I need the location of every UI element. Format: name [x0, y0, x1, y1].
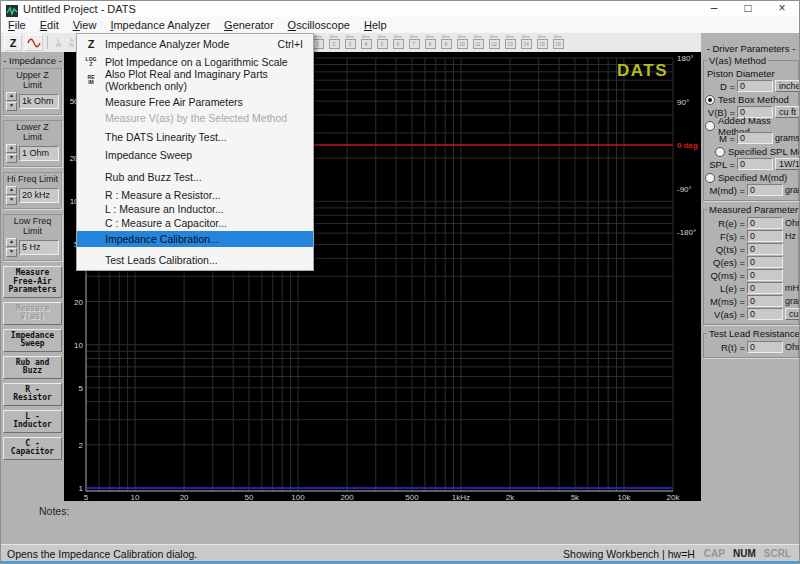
- impedance-tick-label: 20: [74, 298, 83, 307]
- menu-item-measure-free-air[interactable]: Measure Free Air Parameters: [77, 93, 313, 111]
- menu-item-impedance-sweep[interactable]: Impedance Sweep: [77, 146, 313, 164]
- param-value-field[interactable]: 0: [747, 256, 783, 268]
- upper-z-limit-field[interactable]: 1k Ohm: [19, 94, 59, 109]
- param-value-field[interactable]: 0: [747, 230, 783, 242]
- specified-spl-method-radio[interactable]: [715, 147, 725, 157]
- sidebar-action-button[interactable]: C - Capacitor: [3, 437, 62, 460]
- sidebar-action-button[interactable]: R - Resistor: [3, 383, 62, 406]
- mem-slot-button[interactable]: Mem16: [551, 34, 565, 50]
- close-button[interactable]: ×: [765, 1, 799, 17]
- spin-up-icon[interactable]: [6, 144, 17, 153]
- param-value-field[interactable]: 0: [747, 269, 783, 281]
- menu-item-measure-vas: Measure V(as) by the Selected Method: [77, 111, 313, 125]
- param-label: R(t) =: [705, 342, 745, 353]
- param-value-field[interactable]: 0: [747, 282, 783, 294]
- m-field[interactable]: 0: [737, 132, 773, 144]
- spin-up-icon[interactable]: [6, 238, 17, 247]
- spl-field[interactable]: 0: [737, 158, 773, 170]
- x-tick-label: 500: [405, 493, 419, 501]
- vas-method-group: V(as) Method Piston Diameter D = 0 inche…: [703, 60, 799, 201]
- x-tick-label: 5k: [571, 493, 580, 501]
- menu-item-impedance-analyzer-mode[interactable]: Z Impedance Analyzer Mode Ctrl+I: [77, 35, 313, 53]
- d-field[interactable]: 0: [737, 80, 773, 92]
- title-bar: Untitled Project - DATS – □ ×: [1, 1, 799, 17]
- menu-edit[interactable]: Edit: [33, 19, 66, 31]
- mmd-field[interactable]: 0: [747, 184, 783, 196]
- spin-down-icon[interactable]: [6, 248, 17, 257]
- phase-tick-label: 90°: [677, 98, 689, 107]
- mem-slot-button[interactable]: Mem6: [391, 34, 405, 50]
- measured-parameter-rows: R(e) =0OhmsF(s) =0HzQ(ts) =0Q(es) =0Q(ms…: [705, 217, 797, 320]
- sidebar-action-button[interactable]: L - Inductor: [3, 410, 62, 433]
- spin-down-icon[interactable]: [6, 154, 17, 163]
- mem-slot-button[interactable]: Mem9: [439, 34, 453, 50]
- test-box-method-label: Test Box Method: [718, 94, 789, 105]
- status-message: Opens the Impedance Calibration dialog.: [7, 548, 197, 560]
- menu-item-plot-real-imaginary[interactable]: RE IM Also Plot Real and Imaginary Parts…: [77, 71, 313, 89]
- spl-unit-button[interactable]: 1W/1m: [775, 158, 800, 170]
- phase-tick-label: 180°: [677, 54, 694, 63]
- mem-slot-button[interactable]: Mem13: [503, 34, 517, 50]
- generator-sine-button[interactable]: [25, 34, 43, 51]
- mem-slot-button[interactable]: Mem3: [343, 34, 357, 50]
- mem-slot-button[interactable]: Mem15: [535, 34, 549, 50]
- mem-slot-button[interactable]: Mem14: [519, 34, 533, 50]
- aux-in-icon: A IN: [69, 38, 74, 48]
- menu-view[interactable]: View: [66, 19, 104, 31]
- sidebar-action-button[interactable]: Measure Free-Air Parameters: [3, 266, 62, 298]
- param-value-field[interactable]: 0: [747, 217, 783, 229]
- spin-down-icon[interactable]: [6, 102, 17, 111]
- added-mass-method-radio[interactable]: [705, 121, 715, 131]
- mem-slot-button[interactable]: Mem10: [455, 34, 469, 50]
- menu-item-measure-inductor[interactable]: L : Measure an Inductor...: [77, 202, 313, 216]
- menu-help[interactable]: Help: [357, 19, 394, 31]
- param-value-field[interactable]: 0: [747, 308, 783, 320]
- menu-oscilloscope[interactable]: Oscilloscope: [281, 19, 357, 31]
- measured-parameters-title: Measured Parameters: [707, 204, 800, 215]
- maximize-button[interactable]: □: [731, 1, 765, 17]
- mem-slot-button[interactable]: Mem12: [487, 34, 501, 50]
- hi-freq-limit-field[interactable]: 20 kHz: [19, 188, 59, 203]
- param-unit-button[interactable]: cu ft: [785, 308, 800, 320]
- menu-generator[interactable]: Generator: [217, 19, 281, 31]
- lower-z-limit-label: Lower Z Limit: [6, 122, 59, 142]
- lower-z-limit-field[interactable]: 1 Ohm: [19, 146, 59, 161]
- low-freq-limit-field[interactable]: 5 Hz: [19, 240, 59, 255]
- menu-item-measure-capacitor[interactable]: C : Measure a Capacitor...: [77, 216, 313, 230]
- mem-slot-button[interactable]: Mem4: [359, 34, 373, 50]
- menu-file[interactable]: File: [1, 19, 33, 31]
- mem-slot-button[interactable]: Mem11: [471, 34, 485, 50]
- menu-item-measure-resistor[interactable]: R : Measure a Resistor...: [77, 188, 313, 202]
- mem-slot-button[interactable]: Mem8: [423, 34, 437, 50]
- specified-mmd-radio[interactable]: [705, 173, 715, 183]
- impedance-tick-label: 5: [79, 384, 84, 393]
- status-bar: Opens the Impedance Calibration dialog. …: [1, 544, 799, 562]
- minimize-button[interactable]: –: [697, 1, 731, 17]
- test-lead-resistance-group: Test Lead Resistance R(t) =0Ohms: [703, 333, 799, 358]
- sidebar-action-button[interactable]: Impedance Sweep: [3, 329, 62, 352]
- mem-slot-button[interactable]: Mem7: [407, 34, 421, 50]
- spin-down-icon[interactable]: [6, 196, 17, 205]
- keyboard-indicators: CAPNUMSCRL: [704, 548, 791, 559]
- param-value-field[interactable]: 0: [747, 243, 783, 255]
- test-box-method-radio[interactable]: [705, 95, 715, 105]
- param-value-field[interactable]: 0: [747, 295, 783, 307]
- x-tick-label: 100: [291, 493, 305, 501]
- impedance-mode-button[interactable]: Z: [4, 34, 22, 51]
- line-in-icon: L IN: [56, 38, 61, 48]
- sidebar-action-button[interactable]: Rub and Buzz: [3, 356, 62, 379]
- spin-up-icon[interactable]: [6, 92, 17, 101]
- x-tick-label: 10: [131, 493, 140, 501]
- menu-impedance-analyzer[interactable]: Impedance Analyzer: [103, 19, 217, 31]
- spin-up-icon[interactable]: [6, 186, 17, 195]
- menu-item-rub-and-buzz-test[interactable]: Rub and Buzz Test...: [77, 168, 313, 186]
- param-label: L(e) =: [705, 283, 745, 294]
- param-value-field[interactable]: 0: [747, 341, 783, 353]
- menu-item-dats-linearity-test[interactable]: The DATS Linearity Test...: [77, 128, 313, 146]
- menu-item-test-leads-calibration[interactable]: Test Leads Calibration...: [77, 252, 313, 268]
- mem-slot-button[interactable]: Mem2: [327, 34, 341, 50]
- menu-item-impedance-calibration[interactable]: Impedance Calibration...: [77, 231, 313, 247]
- d-unit-button[interactable]: inches: [775, 80, 800, 92]
- mem-slot-button[interactable]: Mem5: [375, 34, 389, 50]
- param-unit: grams: [785, 296, 800, 306]
